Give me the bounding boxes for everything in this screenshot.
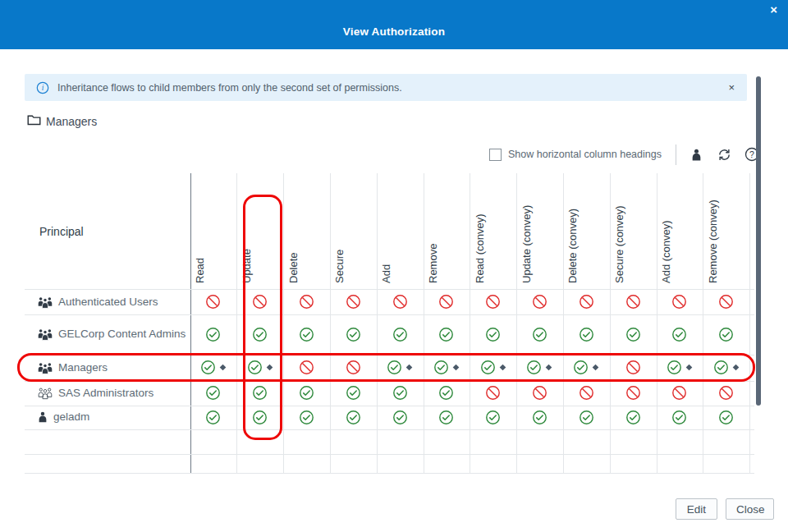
diamond-icon [499,364,506,371]
diamond-icon [732,364,740,371]
permission-cell [516,406,563,430]
permission-cell [377,406,424,430]
permission-cell [190,381,237,406]
group-outline-icon [38,387,53,400]
column-header: Delete [287,252,300,283]
show-horizontal-headings-checkbox[interactable] [489,149,502,161]
edit-button[interactable]: Edit [676,498,717,520]
allow-icon [252,327,268,342]
permission-cell [703,314,749,355]
allow-icon [433,360,449,375]
allow-icon [247,360,263,375]
allow-icon [485,410,501,425]
deny-icon [299,360,314,375]
dialog-titlebar: View Authorization × [0,0,788,49]
column-header: Delete (convey) [566,209,580,283]
checkbox-label[interactable]: Show horizontal column headings [508,149,662,160]
allow-icon [205,327,221,342]
svg-text:?: ? [750,149,755,159]
banner-dismiss-icon[interactable]: × [728,81,735,94]
permission-cell [190,314,237,355]
deny-icon [252,294,268,310]
deny-icon [579,385,594,401]
principal-header: Principal [39,225,84,238]
permission-cell [283,289,330,314]
permission-cell [377,355,424,381]
principal-name: geladm [53,410,89,424]
group-icon [38,328,53,341]
allow-icon [625,327,641,342]
column-gridline [563,173,564,473]
allow-icon [532,410,547,425]
permission-cell [424,355,470,381]
allow-icon [671,327,687,342]
allow-icon [346,410,361,425]
permission-cell [516,381,563,406]
deny-icon [671,385,687,401]
permission-cell [190,406,237,430]
permission-cell [424,289,470,314]
column-gridline [377,173,378,473]
permission-cell [516,355,563,381]
allow-icon [205,385,221,401]
deny-icon [485,294,501,310]
reset-icon[interactable] [717,147,732,163]
deny-icon [625,360,641,375]
row-gridline [25,314,754,315]
deny-icon [205,294,221,310]
principal-column-separator [190,173,191,473]
permission-cell [424,314,470,355]
allow-icon [573,360,589,375]
permission-cell [516,289,563,314]
allow-icon [346,385,361,401]
column-header: Read (convey) [474,213,487,283]
permission-cell [190,289,237,314]
allow-icon [200,360,216,375]
deny-icon [346,294,361,310]
permission-cell [424,381,470,406]
column-header: Remove (convey) [707,200,720,283]
row-gridline [25,473,754,474]
close-icon[interactable]: × [770,3,777,16]
update-column-highlight [243,195,282,440]
permission-cell [563,314,610,355]
permission-cell [516,314,563,355]
group-icon [38,361,53,374]
allow-icon [252,410,268,425]
permission-cell [563,355,610,381]
user-icon[interactable] [689,147,704,163]
row-gridline [25,429,754,430]
deny-icon [579,294,594,310]
row-gridline [25,289,754,290]
column-gridline [610,173,611,473]
permission-cell [283,381,330,406]
close-button[interactable]: Close [726,498,774,520]
context-folder: Managers [27,114,97,129]
deny-icon [718,385,734,401]
permission-cell [470,314,516,355]
allow-icon [299,327,314,342]
allow-icon [667,360,682,375]
vertical-scrollbar-thumb[interactable] [756,76,761,406]
principal-name: Managers [58,361,108,374]
permission-cell [236,289,283,314]
permission-cell [657,381,703,406]
allow-icon [625,410,641,425]
group-icon [38,296,53,309]
allow-icon [671,410,687,425]
permission-cell [190,355,237,381]
diamond-icon [266,364,273,371]
info-banner: i Inheritance flows to child members fro… [25,74,747,101]
principal-name: Authenticated Users [58,296,158,309]
permission-cell [563,381,610,406]
permission-cell [330,289,377,314]
allow-icon [438,410,454,425]
column-header: Update (convey) [520,205,534,283]
svg-text:i: i [42,84,44,92]
folder-label: Managers [46,115,97,128]
allow-icon [579,410,594,425]
person-icon [38,411,48,423]
allow-icon [392,327,408,342]
permission-cell [563,406,610,430]
allow-icon [299,410,314,425]
